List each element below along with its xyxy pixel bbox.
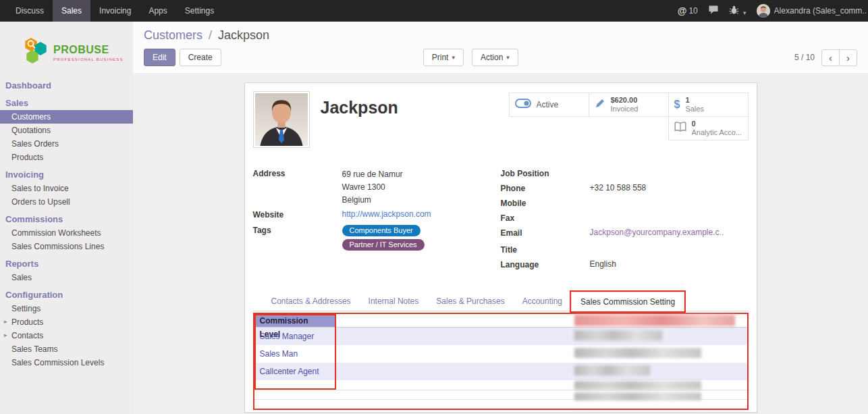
main-content: Customers / Jackpson Edit Create Print ▾… bbox=[133, 22, 868, 414]
tab-internal-notes[interactable]: Internal Notes bbox=[360, 292, 428, 311]
sidebar-item-sales-to-invoice[interactable]: Sales to Invoice bbox=[0, 182, 133, 195]
sidebar-item-orders-to-upsell[interactable]: Orders to Upsell bbox=[0, 195, 133, 209]
commission-table: Commission Level Sales Manager Sales Man… bbox=[253, 313, 749, 410]
chevron-down-icon: ▾ bbox=[506, 54, 510, 61]
sidebar-item-reports-sales[interactable]: Sales bbox=[0, 271, 133, 284]
pager-prev-button[interactable]: ‹ bbox=[821, 49, 840, 66]
record-title: Jackpson bbox=[321, 98, 398, 145]
fax-label: Fax bbox=[501, 213, 590, 223]
pager-next-button[interactable]: › bbox=[839, 49, 857, 66]
menu-apps[interactable]: Apps bbox=[140, 0, 175, 22]
breadcrumb-customers-link[interactable]: Customers bbox=[144, 28, 202, 42]
commission-level-header-cell[interactable]: Commission Level bbox=[254, 314, 335, 327]
sidebar-item-products-config[interactable]: ▸ Products bbox=[0, 315, 133, 329]
commission-level-cell[interactable]: Sales Manager bbox=[254, 328, 335, 345]
table-row[interactable]: Sales Man bbox=[254, 345, 747, 363]
table-row[interactable]: Sales Manager bbox=[254, 328, 747, 345]
language-value: English bbox=[590, 259, 616, 269]
commission-level-cell[interactable]: Callcenter Agent bbox=[254, 363, 335, 380]
sidebar-heading-configuration[interactable]: Configuration bbox=[0, 288, 133, 302]
mobile-label: Mobile bbox=[501, 198, 590, 208]
sidebar-heading-reports[interactable]: Reports bbox=[0, 257, 133, 271]
email-label: Email bbox=[501, 228, 590, 238]
at-icon: @ bbox=[678, 5, 687, 16]
toggle-icon bbox=[515, 99, 531, 111]
sidebar-heading-commissions[interactable]: Commissions bbox=[0, 212, 133, 226]
user-menu[interactable]: Alexandra (Sales_comm.. bbox=[757, 4, 867, 18]
sidebar-item-sales-orders[interactable]: Sales Orders bbox=[0, 137, 133, 151]
stat-label: Analytic Acco... bbox=[692, 128, 742, 137]
print-label: Print bbox=[432, 53, 449, 62]
logo-subtitle: PROFESSIONAL BUSINESS bbox=[53, 57, 124, 61]
expand-caret-icon[interactable]: ▸ bbox=[4, 318, 7, 325]
stat-label: Invoiced bbox=[611, 105, 639, 113]
sidebar: PROBUSE PROFESSIONAL BUSINESS Dashboard … bbox=[0, 22, 133, 414]
sidebar-item-label: Contacts bbox=[11, 331, 43, 340]
fields-left: Address 69 rue de Namur Wavre 1300 Belgi… bbox=[253, 168, 501, 274]
user-name: Alexandra (Sales_comm.. bbox=[774, 6, 867, 16]
sidebar-item-settings[interactable]: Settings bbox=[0, 302, 133, 315]
tab-contacts-addresses[interactable]: Contacts & Addresses bbox=[263, 292, 360, 311]
address-line: Belgium bbox=[342, 194, 403, 207]
fields-right: Job Position Phone +32 10 588 558 Mobile bbox=[501, 168, 749, 274]
empty-row bbox=[254, 380, 747, 390]
sheet-header: Jackpson Active bbox=[253, 91, 749, 156]
sidebar-item-sales-commissions-lines[interactable]: Sales Commissions Lines bbox=[0, 240, 133, 253]
dollar-icon: $ bbox=[674, 99, 680, 111]
breadcrumb-current: Jackpson bbox=[218, 28, 269, 42]
sidebar-item-quotations[interactable]: Quotations bbox=[0, 124, 133, 137]
mentions-indicator[interactable]: @ 10 bbox=[678, 5, 698, 16]
breadcrumb: Customers / Jackpson bbox=[144, 27, 857, 43]
print-button[interactable]: Print ▾ bbox=[423, 49, 464, 66]
menu-settings[interactable]: Settings bbox=[176, 0, 223, 22]
expand-caret-icon[interactable]: ▸ bbox=[4, 332, 7, 338]
sidebar-item-contacts[interactable]: ▸ Contacts bbox=[0, 329, 133, 342]
table-header-row: Commission Level bbox=[254, 314, 747, 328]
bug-icon[interactable]: ▾ bbox=[729, 5, 747, 17]
probuse-logo-icon bbox=[23, 36, 49, 69]
address-line: 69 rue de Namur bbox=[342, 168, 403, 181]
stat-button-active[interactable]: Active bbox=[509, 93, 589, 117]
stat-button-invoiced[interactable]: $620.00 Invoiced bbox=[589, 93, 669, 117]
stat-value: 1 bbox=[685, 96, 704, 105]
stat-button-analytic-accounts[interactable]: 0 Analytic Acco... bbox=[668, 116, 749, 140]
row-rest bbox=[335, 328, 747, 345]
control-panel-buttons: Edit Create Print ▾ Action ▾ 5 / 10 bbox=[144, 49, 857, 73]
tag-badge: Components Buyer bbox=[342, 225, 421, 236]
menu-invoicing[interactable]: Invoicing bbox=[90, 0, 140, 22]
address-label: Address bbox=[253, 168, 342, 178]
commission-level-cell[interactable]: Sales Man bbox=[254, 345, 335, 363]
record-sheet: Jackpson Active bbox=[244, 82, 757, 413]
action-button[interactable]: Action ▾ bbox=[472, 49, 518, 66]
topbar-menus: Discuss Sales Invoicing Apps Settings bbox=[0, 0, 223, 22]
create-button[interactable]: Create bbox=[180, 49, 221, 66]
tab-accounting[interactable]: Accounting bbox=[514, 292, 571, 311]
email-link[interactable]: Jackpson@yourcompany.example.c.. bbox=[590, 228, 724, 237]
action-menus: Print ▾ Action ▾ bbox=[423, 49, 518, 66]
sidebar-item-sales-teams[interactable]: Sales Teams bbox=[0, 342, 133, 356]
sidebar-heading-sales[interactable]: Sales bbox=[0, 96, 133, 110]
header-rest bbox=[335, 314, 747, 327]
sidebar-item-sales-commission-levels[interactable]: Sales Commission Levels bbox=[0, 356, 133, 369]
field-groups: Address 69 rue de Namur Wavre 1300 Belgi… bbox=[253, 168, 749, 274]
website-link[interactable]: http://www.jackpson.com bbox=[342, 209, 431, 219]
stat-button-sales[interactable]: $ 1 Sales bbox=[668, 93, 749, 117]
sidebar-item-customers[interactable]: Customers bbox=[0, 110, 133, 124]
tab-sales-commission-setting[interactable]: Sales Commission Setting bbox=[571, 292, 684, 311]
menu-sales[interactable]: Sales bbox=[53, 0, 90, 22]
sidebar-item-commission-worksheets[interactable]: Commission Worksheets bbox=[0, 226, 133, 240]
mention-count: 10 bbox=[688, 6, 697, 16]
sidebar-item-products[interactable]: Products bbox=[0, 151, 133, 164]
sidebar-heading-invoicing[interactable]: Invoicing bbox=[0, 167, 133, 182]
pager: 5 / 10 ‹ › bbox=[794, 49, 857, 66]
user-avatar bbox=[757, 4, 770, 18]
breadcrumb-separator: / bbox=[209, 28, 212, 42]
table-row[interactable]: Callcenter Agent bbox=[254, 363, 747, 380]
app-screen: Discuss Sales Invoicing Apps Settings @ … bbox=[0, 0, 868, 414]
row-rest bbox=[335, 363, 747, 380]
sidebar-heading-dashboard[interactable]: Dashboard bbox=[0, 78, 133, 93]
edit-button[interactable]: Edit bbox=[144, 49, 175, 66]
menu-discuss[interactable]: Discuss bbox=[7, 0, 53, 22]
chat-icon[interactable] bbox=[708, 5, 719, 17]
tab-sales-purchases[interactable]: Sales & Purchases bbox=[427, 292, 513, 311]
